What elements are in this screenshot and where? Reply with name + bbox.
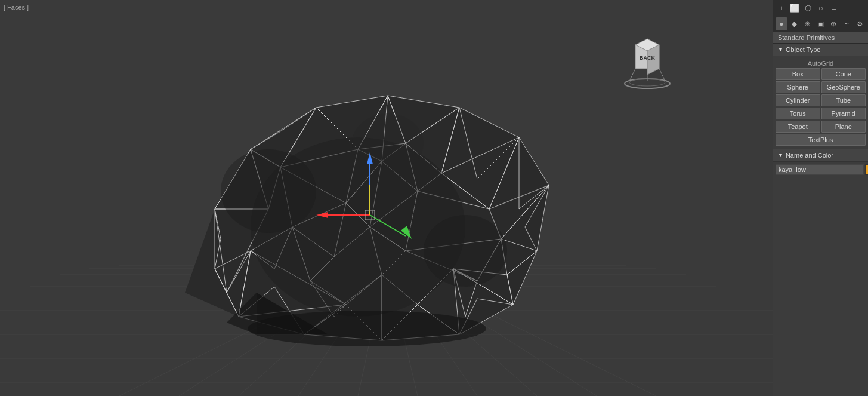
name-color-content xyxy=(773,162,868,177)
svg-point-71 xyxy=(221,149,316,233)
sphere-button[interactable]: Sphere xyxy=(776,81,820,93)
torus-button[interactable]: Torus xyxy=(776,108,820,119)
textplus-button[interactable]: TextPlus xyxy=(776,134,866,146)
tube-button[interactable]: Tube xyxy=(821,94,866,106)
cone-button[interactable]: Cone xyxy=(821,68,866,80)
tab-icons-row: ● ◆ ☀ ▣ ⊕ ~ ⚙ xyxy=(773,16,868,32)
name-color-arrow: ▼ xyxy=(778,152,783,158)
svg-point-72 xyxy=(424,215,507,287)
autogrid-label: AutoGrid xyxy=(776,59,866,68)
geosphere-button[interactable]: GeoSphere xyxy=(821,81,866,93)
name-color-header[interactable]: ▼ Name and Color xyxy=(773,149,868,162)
geometry-tab[interactable]: ● xyxy=(776,17,787,30)
name-color-label: Name and Color xyxy=(786,152,833,159)
circle-icon[interactable]: ○ xyxy=(815,2,827,14)
frame-icon[interactable]: ⬜ xyxy=(789,2,801,14)
name-row xyxy=(776,164,866,175)
primitives-grid: Box Cone Sphere GeoSphere Cylinder Tube … xyxy=(776,68,866,133)
object-type-arrow: ▼ xyxy=(778,47,783,53)
lights-tab[interactable]: ☀ xyxy=(802,17,814,30)
pyramid-button[interactable]: Pyramid xyxy=(821,108,866,119)
cylinder-button[interactable]: Cylinder xyxy=(776,94,820,106)
teapot-button[interactable]: Teapot xyxy=(776,121,820,133)
nav-cube[interactable]: BACK xyxy=(623,36,671,84)
name-input[interactable] xyxy=(776,164,864,175)
color-swatch[interactable] xyxy=(865,164,868,175)
spacewarp-tab[interactable]: ~ xyxy=(841,17,852,30)
svg-text:BACK: BACK xyxy=(640,55,655,61)
viewport-label: [ Faces ] xyxy=(4,4,29,11)
box-button[interactable]: Box xyxy=(776,68,820,80)
menu-icon[interactable]: ≡ xyxy=(828,2,840,14)
object-type-content: AutoGrid Box Cone Sphere GeoSphere Cylin… xyxy=(773,56,868,149)
plus-icon[interactable]: + xyxy=(776,2,787,14)
panel-label: Standard Primitives xyxy=(773,32,868,44)
helpers-tab[interactable]: ⊕ xyxy=(827,17,839,30)
systems-tab[interactable]: ⚙ xyxy=(854,17,866,30)
right-panel: + ⬜ ⬡ ○ ≡ ● ◆ ☀ ▣ ⊕ ~ ⚙ Standard Primiti… xyxy=(773,0,868,396)
plane-button[interactable]: Plane xyxy=(821,121,866,133)
top-toolbar: + ⬜ ⬡ ○ ≡ xyxy=(773,0,868,16)
viewport[interactable]: [ Faces ] xyxy=(0,0,773,396)
object-type-label: Object Type xyxy=(786,46,821,53)
link-icon[interactable]: ⬡ xyxy=(802,2,814,14)
object-type-header[interactable]: ▼ Object Type xyxy=(773,44,868,56)
shapes-tab[interactable]: ◆ xyxy=(789,17,801,30)
svg-point-73 xyxy=(352,113,424,173)
camera-tab[interactable]: ▣ xyxy=(815,17,827,30)
